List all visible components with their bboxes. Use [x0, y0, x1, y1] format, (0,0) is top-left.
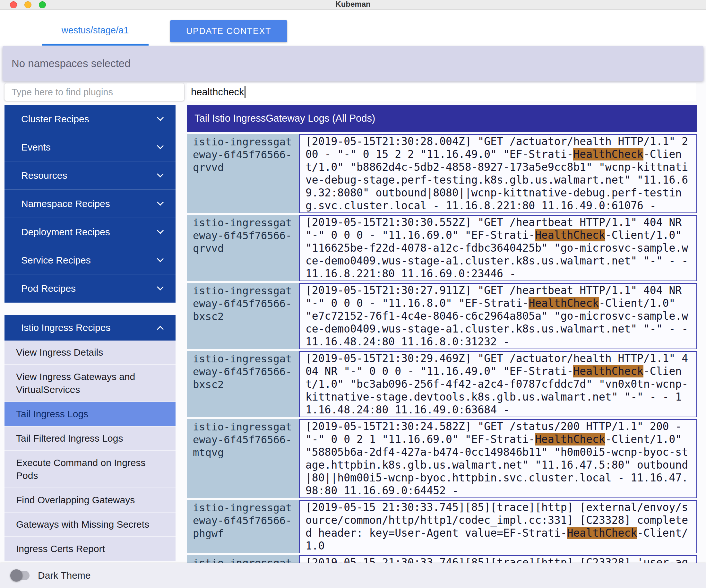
pod-name-cell: istio-ingressgateway-6f45f76566-qrvvd [187, 215, 299, 281]
sidebar-group-label: Resources [21, 170, 67, 181]
sidebar-subitems: View Ingress Details View Ingress Gatewa… [4, 341, 175, 561]
plugin-search [4, 83, 184, 101]
context-bar: westus/stage/a1 UPDATE CONTEXT [0, 10, 706, 46]
sidebar-subitem[interactable]: Find Overlapping Gateways [4, 488, 175, 513]
log-rows: istio-ingressgateway-6f45f76566-qrvvd [2… [187, 134, 697, 563]
log-panel-header: Tail Istio IngressGateway Logs (All Pods… [187, 105, 697, 132]
update-context-button[interactable]: UPDATE CONTEXT [170, 20, 287, 42]
sidebar-groups: Cluster Recipes Events Resources Namespa… [4, 105, 175, 303]
log-table-row[interactable]: istio-ingressgateway-6f45f76566-bxsc2 [2… [187, 283, 697, 349]
sidebar-subitem[interactable]: Tail Filtered Ingress Logs [4, 427, 175, 451]
highlighted-search-match: HealthCheck [567, 527, 637, 539]
footer-bar: Dark Theme [0, 563, 706, 588]
sidebar-subitem-label: Gateways with Missing Secrets [16, 519, 149, 530]
sidebar-subitem[interactable]: View Ingress Gateways and VirtualService… [4, 365, 175, 402]
sidebar-subitem[interactable]: Gateways with Missing Secrets [4, 513, 175, 537]
sidebar-group-label: Cluster Recipes [21, 114, 89, 124]
log-table-row[interactable]: istio-ingressgateway-6f45f76566-mtqvg [2… [187, 419, 697, 498]
highlighted-search-match: HealthCheck [573, 148, 643, 160]
pod-name-cell: istio-ingressgateway-6f45f76566-bxsc2 [187, 351, 299, 417]
sidebar: Cluster Recipes Events Resources Namespa… [4, 105, 175, 588]
sidebar-subitem[interactable]: Tail Ingress Logs [4, 402, 175, 427]
sidebar-group-label: Deployment Recipes [21, 227, 110, 237]
sidebar-subitem-label: Find Overlapping Gateways [16, 495, 135, 505]
pod-name-cell: istio-ingressgateway-6f45f76566-bxsc2 [187, 283, 299, 349]
sidebar-group[interactable]: Resources [4, 161, 175, 190]
log-text: [2019-05-15 21:30:33.745][85][trace][htt… [299, 500, 697, 553]
log-table-row[interactable]: istio-ingressgateway-6f45f76566-qrvvd [2… [187, 215, 697, 281]
sidebar-subitem[interactable]: Ingress Certs Report [4, 537, 175, 561]
pod-name-cell: istio-ingressgateway-6f45f76566-qrvvd [187, 134, 299, 213]
sidebar-group-label: Events [21, 142, 51, 153]
sidebar-subitem[interactable]: View Ingress Details [4, 341, 175, 365]
main-panel: Tail Istio IngressGateway Logs (All Pods… [187, 105, 697, 563]
sidebar-subitem[interactable]: Execute Command on Ingress Pods [4, 451, 175, 488]
chevron-up-icon [157, 326, 164, 332]
toggle-thumb [10, 570, 23, 582]
namespace-status-text: No namespaces selected [11, 57, 130, 70]
tab-active-context[interactable]: westus/stage/a1 [42, 10, 149, 46]
highlighted-search-match: HealthCheck [573, 365, 643, 378]
log-text: [2019-05-15T21:30:29.469Z] "GET /actuato… [299, 351, 697, 417]
log-table-row[interactable]: istio-ingressgateway-6f45f76566-phgwf [2… [187, 555, 697, 563]
sidebar-spacer [4, 303, 175, 315]
sidebar-subitem-label: View Ingress Gateways and VirtualService… [16, 371, 135, 395]
chevron-down-icon [157, 227, 164, 234]
log-text: [2019-05-15T21:30:24.582Z] "GET /status/… [299, 419, 697, 498]
sidebar-group[interactable]: Deployment Recipes [4, 218, 175, 246]
highlighted-search-match: HealthCheck [535, 229, 605, 241]
log-text: [2019-05-15T21:30:27.911Z] "GET /heartbe… [299, 283, 697, 349]
log-filter-input[interactable]: healthcheck [187, 83, 696, 101]
log-panel-title: Tail Istio IngressGateway Logs (All Pods… [194, 113, 375, 124]
sidebar-subitem-label: Tail Ingress Logs [16, 408, 88, 419]
highlighted-search-match: HealthCheck [535, 433, 605, 445]
text-cursor [244, 86, 245, 98]
sidebar-subitem-label: View Ingress Details [16, 347, 103, 358]
sidebar-subitem-label: Tail Filtered Ingress Logs [16, 433, 123, 443]
window-title: Kubeman [0, 0, 706, 10]
kubeman-window: { "window": { "title": "Kubeman" }, "con… [0, 0, 706, 588]
namespace-bar[interactable]: No namespaces selected [3, 46, 703, 81]
sidebar-group[interactable]: Events [4, 133, 175, 161]
log-text: [2019-05-15T21:30:30.552Z] "GET /heartbe… [299, 215, 697, 281]
active-context-label: westus/stage/a1 [62, 25, 129, 36]
chevron-down-icon [157, 199, 164, 206]
log-filter-value: healthcheck [191, 86, 244, 98]
sidebar-group-label: Namespace Recipes [21, 198, 110, 209]
highlighted-search-match: HealthCheck [528, 297, 599, 309]
chevron-down-icon [157, 114, 164, 121]
sidebar-subitem-label: Ingress Certs Report [16, 543, 105, 554]
log-table-row[interactable]: istio-ingressgateway-6f45f76566-qrvvd [2… [187, 134, 697, 213]
pod-name-cell: istio-ingressgateway-6f45f76566-phgwf [187, 555, 299, 563]
tab-active-indicator [42, 44, 149, 46]
title-bar: Kubeman [0, 0, 706, 10]
sidebar-group[interactable]: Cluster Recipes [4, 105, 175, 133]
sidebar-subitem-label: Execute Command on Ingress Pods [16, 457, 146, 481]
dark-theme-toggle[interactable] [11, 571, 30, 580]
dark-theme-label: Dark Theme [38, 570, 91, 581]
chevron-down-icon [157, 171, 164, 178]
plugin-search-input[interactable] [4, 83, 184, 101]
log-text: [2019-05-15 21:30:33.746][85][trace][htt… [299, 555, 697, 563]
log-text: [2019-05-15T21:30:28.004Z] "GET /actuato… [299, 134, 697, 213]
sidebar-group[interactable]: Namespace Recipes [4, 190, 175, 218]
sidebar-group[interactable]: Service Recipes [4, 246, 175, 274]
chevron-down-icon [157, 256, 164, 262]
sidebar-group-label: Service Recipes [21, 255, 91, 266]
log-table-row[interactable]: istio-ingressgateway-6f45f76566-phgwf [2… [187, 500, 697, 553]
pod-name-cell: istio-ingressgateway-6f45f76566-mtqvg [187, 419, 299, 498]
chevron-down-icon [157, 284, 164, 290]
sidebar-group-istio-ingress-recipes[interactable]: Istio Ingress Recipes [4, 315, 175, 341]
pod-name-cell: istio-ingressgateway-6f45f76566-phgwf [187, 500, 299, 553]
sidebar-group-label: Istio Ingress Recipes [21, 322, 110, 333]
chevron-down-icon [157, 143, 164, 149]
sidebar-group[interactable]: Pod Recipes [4, 274, 175, 303]
log-table-row[interactable]: istio-ingressgateway-6f45f76566-bxsc2 [2… [187, 351, 697, 417]
sidebar-group-label: Pod Recipes [21, 283, 76, 294]
